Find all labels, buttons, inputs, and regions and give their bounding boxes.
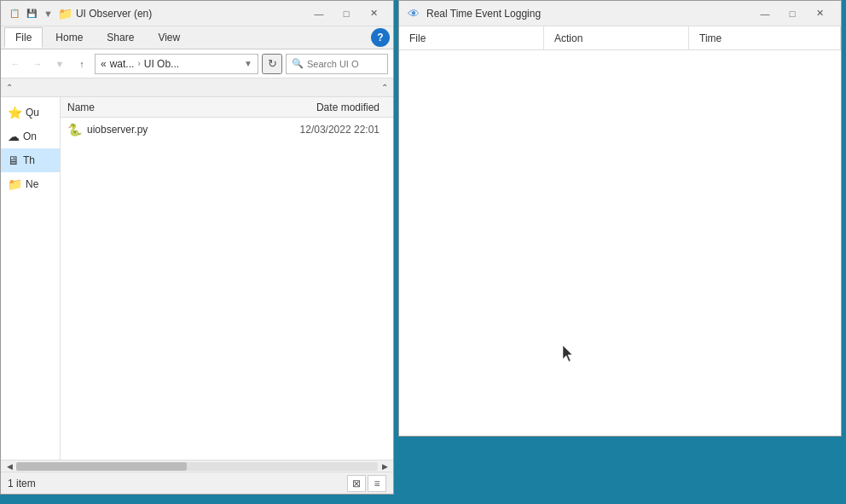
ribbon-tabs: File Home Share View ? — [1, 26, 393, 49]
sort-arrow: ⌃ — [6, 83, 13, 92]
logger-maximize-button[interactable]: □ — [779, 5, 805, 22]
back-button[interactable]: ← — [6, 55, 25, 73]
save-icon: 💾 — [25, 7, 38, 20]
col-name[interactable]: Name — [67, 101, 275, 113]
search-input[interactable] — [307, 59, 382, 69]
sidebar-label-thispc: Th — [23, 154, 35, 166]
up-button[interactable]: ↑ — [72, 55, 91, 73]
search-icon: 🔍 — [292, 58, 304, 69]
log-col-action: Action — [544, 26, 689, 49]
explorer-maximize-button[interactable]: □ — [333, 5, 359, 22]
sidebar-item-network[interactable]: 📁 Ne — [1, 172, 60, 196]
file-item-uiobserver[interactable]: 🐍 uiobserver.py 12/03/2022 22:01 — [61, 118, 393, 142]
address-bar: ← → ▼ ↑ « wat... › UI Ob... ▼ ↻ 🔍 — [1, 49, 393, 78]
explorer-minimize-button[interactable]: — — [306, 5, 332, 22]
ribbon: File Home Share View ? — [1, 26, 393, 49]
explorer-close-button[interactable]: ✕ — [361, 5, 386, 22]
sidebar-label-network: Ne — [26, 178, 38, 190]
network-icon: 📁 — [8, 177, 22, 191]
view-list-button[interactable]: ≡ — [368, 475, 386, 492]
sidebar: ⭐ Qu ☁ On 🖥 Th 📁 Ne — [1, 97, 61, 460]
logger-titlebar: 👁 Real Time Event Logging — □ ✕ — [399, 1, 841, 26]
sidebar-label-quick: Qu — [26, 107, 39, 119]
logger-window: 👁 Real Time Event Logging — □ ✕ File Act… — [398, 0, 842, 437]
log-col-file: File — [399, 26, 544, 49]
quick-access-star-icon: ⭐ — [8, 106, 22, 119]
sidebar-item-onedrive[interactable]: ☁ On — [1, 125, 60, 148]
tab-view[interactable]: View — [147, 27, 191, 48]
explorer-title: UI Observer (en) — [76, 8, 306, 20]
view-details-button[interactable]: ⊠ — [347, 475, 366, 492]
logger-table-header: File Action Time — [399, 26, 841, 50]
logger-title: Real Time Event Logging — [426, 8, 745, 20]
logger-window-controls: — □ ✕ — [752, 5, 832, 22]
scroll-left-arrow[interactable]: ◀ — [3, 461, 16, 472]
explorer-window-controls: — □ ✕ — [306, 5, 386, 22]
search-box[interactable]: 🔍 — [286, 54, 388, 74]
path-text: « wat... › UI Ob... — [101, 58, 179, 70]
folder-icon: 📁 — [58, 7, 72, 20]
log-col-time: Time — [689, 26, 841, 49]
title-separator: ▼ — [43, 9, 53, 19]
status-bar: 1 item ⊠ ≡ — [1, 472, 393, 494]
status-count: 1 item — [8, 478, 36, 490]
file-date-uiobserver: 12/03/2022 22:01 — [275, 124, 386, 136]
tab-home[interactable]: Home — [44, 27, 94, 48]
recent-button[interactable]: ▼ — [50, 55, 69, 73]
path-segment-1: « — [101, 58, 107, 70]
file-name-uiobserver: uiobserver.py — [87, 124, 270, 136]
scrollbar-track[interactable] — [16, 462, 378, 471]
path-segment-wat: wat... — [110, 58, 135, 70]
forward-button[interactable]: → — [28, 55, 47, 73]
file-list-header: Name Date modified — [61, 97, 393, 118]
horizontal-scrollbar[interactable]: ◀ ▶ — [1, 460, 393, 472]
thispc-icon: 🖥 — [8, 154, 20, 167]
col-date-modified[interactable]: Date modified — [275, 101, 386, 113]
address-path-box[interactable]: « wat... › UI Ob... ▼ — [95, 54, 258, 74]
sidebar-label-onedrive: On — [23, 130, 37, 142]
scroll-right-arrow[interactable]: ▶ — [378, 461, 391, 472]
view-buttons: ⊠ ≡ — [347, 475, 386, 492]
explorer-window: 📋 💾 ▼ 📁 UI Observer (en) — □ ✕ File Home… — [0, 0, 394, 495]
onedrive-icon: ☁ — [8, 130, 20, 143]
quick-access-icon: 📋 — [8, 7, 21, 20]
path-arrow-1: › — [137, 59, 140, 68]
path-segment-ui: UI Ob... — [144, 58, 179, 70]
scrollbar-thumb[interactable] — [16, 462, 187, 471]
logger-minimize-button[interactable]: — — [752, 5, 778, 22]
help-button[interactable]: ? — [371, 28, 390, 47]
col-toggle[interactable]: ⌃ — [381, 83, 388, 92]
logger-close-button[interactable]: ✕ — [807, 5, 832, 22]
file-list: Name Date modified 🐍 uiobserver.py 12/03… — [61, 97, 393, 460]
logger-content: File Action Time — [399, 26, 841, 436]
python-file-icon: 🐍 — [67, 123, 82, 136]
sidebar-item-quick[interactable]: ⭐ Qu — [1, 101, 60, 125]
tab-file[interactable]: File — [4, 27, 43, 48]
logger-app-icon: 👁 — [408, 7, 420, 20]
explorer-titlebar: 📋 💾 ▼ 📁 UI Observer (en) — □ ✕ — [1, 1, 393, 26]
sidebar-item-thispc[interactable]: 🖥 Th — [1, 148, 60, 172]
titlebar-icons: 📋 💾 — [8, 7, 38, 20]
path-dropdown-arrow: ▼ — [244, 59, 252, 68]
refresh-button[interactable]: ↻ — [262, 54, 282, 74]
column-sort-row: ⌃ ⌃ — [1, 78, 393, 97]
tab-share[interactable]: Share — [96, 27, 145, 48]
explorer-content: ⭐ Qu ☁ On 🖥 Th 📁 Ne Name Date modified — [1, 97, 393, 460]
